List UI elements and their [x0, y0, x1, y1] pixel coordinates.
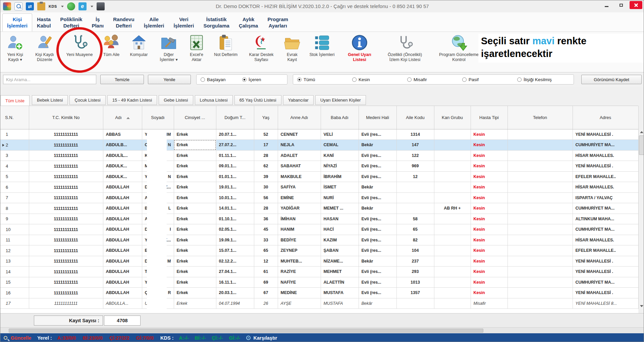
cell-kan[interactable] [434, 140, 471, 151]
cell-hasta[interactable]: Kesin [471, 203, 507, 214]
toolbar-not-defterim[interactable]: Not Defterim [209, 33, 243, 57]
col-header-adres[interactable]: Adres [573, 106, 638, 129]
col-header-dogum[interactable]: Doğum T... [216, 106, 254, 129]
cell-hasta[interactable]: Misafir [471, 298, 507, 309]
close-button[interactable] [630, 1, 642, 9]
toolbar-yeni-kisi-kaydi[interactable]: Yeni Kişi Kaydı ▾ [2, 33, 29, 62]
cell-medeni[interactable]: Evli (res... [359, 161, 396, 172]
radio-misafir[interactable]: Misafir [407, 77, 462, 82]
cell-baba[interactable]: NİZAME... [321, 256, 359, 267]
cell-anne[interactable]: EMİNE [278, 192, 321, 203]
cell-dogum[interactable]: 09.01.1... [216, 161, 254, 172]
cell-anne[interactable]: ADALET [278, 150, 321, 161]
cell-yas[interactable]: 33 [254, 235, 278, 245]
cell-dogum[interactable]: 19.01.1... [216, 182, 254, 193]
table-row[interactable]: 1711111111111ABDULLA...UErkek04.07.19942… [0, 298, 638, 309]
cell-kan[interactable] [434, 224, 471, 235]
cell-anne[interactable]: BEDİYE [278, 235, 321, 245]
cell-dogum[interactable]: 27.07.2... [216, 140, 254, 151]
cell-anne[interactable]: RAZİYE [278, 267, 321, 277]
cell-medeni[interactable]: Evli (res... [359, 192, 396, 203]
col-header-aile[interactable]: Aile Kodu [396, 106, 434, 129]
cell-sn[interactable]: 17 [0, 298, 29, 309]
col-header-kan[interactable]: Kan Grubu [434, 106, 471, 129]
cell-yas[interactable]: 56 [254, 192, 278, 203]
cell-aile[interactable]: 12 [396, 171, 434, 182]
cell-dogum[interactable]: 01.11.1... [216, 150, 254, 161]
minimize-button[interactable] [600, 1, 613, 9]
cell-aile[interactable]: 104 [396, 245, 434, 256]
cell-tc[interactable]: 11111111111 [29, 288, 103, 298]
col-header-tc[interactable]: T.C. Kimlik No [29, 106, 103, 129]
cell-baba[interactable]: ALAETTİN [321, 277, 359, 288]
cell-medeni[interactable]: Evli (res... [359, 235, 396, 245]
col-header-yas[interactable]: Yaş [254, 106, 278, 129]
cell-anne[interactable]: HANIM [278, 224, 321, 235]
cell-yas[interactable]: 28 [254, 203, 278, 214]
cell-cinsiyet[interactable]: Erkek [174, 245, 216, 256]
radio-pasif[interactable]: Pasif [462, 77, 517, 82]
cell-medeni[interactable]: Evli (res... [359, 214, 396, 224]
save-view-button[interactable]: Görünümü Kaydet [581, 75, 642, 84]
cell-sn[interactable]: 6 [0, 182, 29, 193]
cell-baba[interactable]: ŞABAN [321, 245, 359, 256]
cell-kan[interactable] [434, 129, 471, 140]
cell-adres[interactable]: HİSAR MAHALLES. [573, 235, 638, 245]
cell-medeni[interactable]: Bekâr [359, 256, 396, 267]
col-header-anne[interactable]: Anne Adı [278, 106, 321, 129]
cell-dogum[interactable]: 16.11.1... [216, 277, 254, 288]
cell-sn[interactable]: 13 [0, 256, 29, 267]
toolbar-ozellikli-izlem-listesi[interactable]: Özellikli (Öncelikli) İzlem Kişi Listesi [379, 33, 430, 62]
cell-medeni[interactable]: Bekâr [359, 182, 396, 193]
cell-adi[interactable]: ABDULK... [103, 171, 142, 182]
cell-adi[interactable]: ABDULLAH [103, 256, 142, 267]
table-row[interactable]: 311111111111ABDULİL...KErkek01.11.1...28… [0, 150, 638, 161]
cell-cinsiyet[interactable]: Erkek [174, 267, 216, 277]
toolbar-stok-islemleri[interactable]: Stok İşlemleri [304, 33, 340, 57]
cell-hasta[interactable]: Kesin [471, 256, 507, 267]
table-row[interactable]: 211111111111ABDULB...CNErkek27.07.2...17… [0, 140, 638, 151]
cell-adres[interactable]: YENİ MAHALLESİ . [573, 288, 638, 298]
cell-cinsiyet[interactable]: Erkek [174, 298, 216, 309]
table-row[interactable]: 811111111111ABDULLAHBLErkek14.01.1...28Y… [0, 203, 638, 214]
cell-aile[interactable]: 1314 [396, 129, 434, 140]
cell-hasta[interactable]: Kesin [471, 214, 507, 224]
cell-kan[interactable] [434, 256, 471, 267]
cell-adres[interactable]: HİSAR MAHALLES. [573, 182, 638, 193]
cell-tc[interactable]: 11111111111 [29, 203, 103, 214]
compare-link[interactable]: Karşılaştır [253, 335, 277, 341]
cell-cinsiyet[interactable]: Erkek [174, 161, 216, 172]
cell-adres[interactable]: ALTINKUM MAHA... [573, 214, 638, 224]
cell-aile[interactable] [396, 182, 434, 193]
table-row[interactable]: 1511111111111ABDULLAHYErkek16.11.1...69N… [0, 277, 638, 288]
cell-baba[interactable]: MUSTAFA [321, 288, 359, 298]
cell-hasta[interactable]: Kesin [471, 235, 507, 245]
cell-tc[interactable]: 11111111111 [29, 171, 103, 182]
cell-telefon[interactable] [507, 256, 573, 267]
cell-baba[interactable]: KAZIM [321, 235, 359, 245]
cell-adi[interactable]: ABDULLAH [103, 245, 142, 256]
cell-kan[interactable] [434, 171, 471, 182]
cell-sn[interactable]: 5 [0, 171, 29, 182]
cell-telefon[interactable] [507, 288, 573, 298]
cell-dogum[interactable]: 10.01.1... [216, 192, 254, 203]
table-row[interactable]: 511111111111ABDULK...YNErkek01.01.1...39… [0, 171, 638, 182]
cell-anne[interactable]: MEDİNE [278, 288, 321, 298]
cell-telefon[interactable] [507, 129, 573, 140]
cell-telefon[interactable] [507, 298, 573, 309]
cell-kan[interactable] [434, 192, 471, 203]
cell-dogum[interactable]: 20.03.1... [216, 288, 254, 298]
cell-hasta[interactable]: Kesin [471, 140, 507, 151]
cell-hasta[interactable]: Kesin [471, 277, 507, 288]
cell-tc[interactable]: 11111111111 [29, 298, 103, 309]
radio-iliskigi-kesilmis[interactable]: İlişiği Kesilmiş [517, 77, 572, 82]
radio-tumu[interactable]: Tümü [297, 77, 352, 82]
cell-yas[interactable]: 67 [254, 288, 278, 298]
cell-telefon[interactable] [507, 214, 573, 224]
cell-baba[interactable]: HACİ [321, 224, 359, 235]
cell-kan[interactable] [434, 214, 471, 224]
cell-yas[interactable]: 30 [254, 182, 278, 193]
cell-medeni[interactable]: Evli (res... [359, 224, 396, 235]
cell-anne[interactable]: SABAHAT [278, 161, 321, 172]
list-tab-gebe-listesi[interactable]: Gebe Listesi [159, 95, 193, 105]
